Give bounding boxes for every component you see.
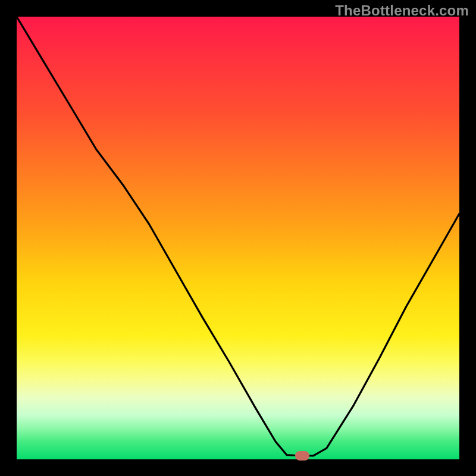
plot-area — [17, 17, 459, 459]
chart-frame: TheBottleneck.com — [0, 0, 476, 476]
bottleneck-curve — [17, 17, 459, 459]
optimum-marker — [295, 451, 309, 461]
